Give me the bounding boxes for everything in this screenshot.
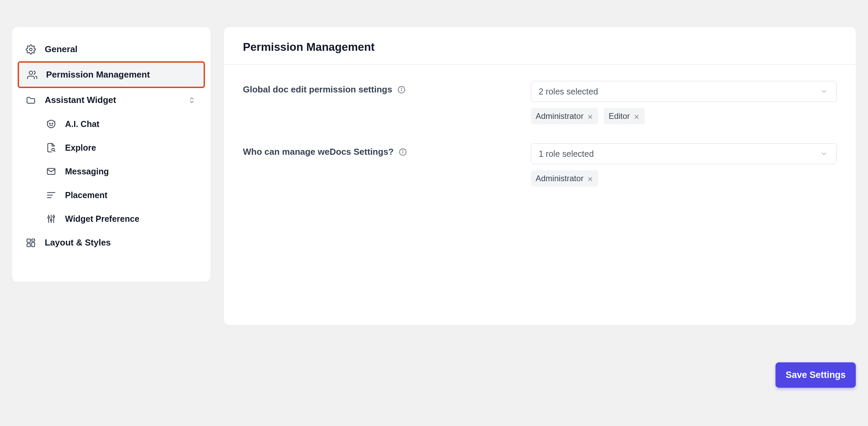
info-icon[interactable]: [397, 85, 406, 94]
remove-chip-icon[interactable]: [587, 113, 594, 120]
info-icon[interactable]: [398, 148, 407, 156]
svg-point-11: [48, 217, 49, 218]
svg-rect-19: [27, 243, 30, 247]
svg-point-15: [53, 216, 55, 217]
sidebar-item-widget-preference[interactable]: Widget Preference: [38, 207, 205, 231]
main-header: Permission Management: [224, 27, 856, 65]
setting-manage-wedocs: Who can manage weDocs Settings? 1 role s…: [243, 143, 837, 187]
manage-roles-select[interactable]: 1 role selected: [531, 143, 837, 164]
setting-label: Global doc edit permission settings: [243, 81, 531, 95]
sidebar-item-ai-chat[interactable]: A.I. Chat: [38, 112, 205, 136]
robot-icon: [46, 119, 56, 129]
gear-icon: [26, 44, 36, 55]
svg-point-22: [401, 88, 401, 88]
sidebar-item-label: Layout & Styles: [45, 237, 111, 248]
remove-chip-icon[interactable]: [633, 113, 640, 120]
svg-rect-17: [32, 239, 35, 241]
sidebar-item-general[interactable]: General: [18, 37, 205, 61]
settings-sidebar: General Permission Management Assistant …: [12, 27, 210, 282]
svg-point-4: [52, 123, 53, 124]
save-settings-button[interactable]: Save Settings: [776, 362, 856, 388]
sidebar-item-messaging[interactable]: Messaging: [38, 159, 205, 183]
chevrons-up-down-icon: [187, 97, 197, 104]
sidebar-item-label: Permission Management: [46, 69, 150, 80]
chevron-down-icon: [819, 88, 829, 95]
svg-point-13: [50, 219, 52, 221]
role-chip-administrator: Administrator: [531, 108, 598, 124]
svg-point-3: [49, 123, 50, 124]
svg-rect-18: [32, 242, 35, 247]
role-chip-administrator: Administrator: [531, 170, 598, 187]
chip-label: Administrator: [536, 174, 583, 183]
sidebar-item-assistant-widget[interactable]: Assistant Widget: [18, 88, 205, 112]
role-chip-editor: Editor: [604, 108, 645, 124]
sidebar-item-layout-styles[interactable]: Layout & Styles: [18, 231, 205, 255]
remove-chip-icon[interactable]: [587, 175, 594, 182]
layout-icon: [26, 238, 36, 248]
sidebar-item-explore[interactable]: Explore: [38, 136, 205, 159]
sidebar-item-label: Explore: [65, 143, 96, 153]
chevron-down-icon: [819, 150, 829, 157]
sidebar-item-label: Assistant Widget: [45, 95, 116, 105]
select-value: 2 roles selected: [539, 87, 598, 97]
mail-icon: [46, 166, 56, 176]
svg-rect-16: [27, 239, 30, 242]
setting-label-text: Global doc edit permission settings: [243, 84, 392, 95]
sliders-icon: [46, 214, 56, 224]
sidebar-item-permission-management[interactable]: Permission Management: [18, 61, 205, 88]
chip-label: Editor: [608, 111, 630, 121]
sidebar-item-placement[interactable]: Placement: [38, 183, 205, 207]
global-edit-roles-chips: Administrator Editor: [531, 108, 837, 124]
svg-point-29: [402, 150, 403, 151]
sidebar-item-label: A.I. Chat: [65, 119, 99, 129]
chip-label: Administrator: [536, 111, 583, 121]
select-value: 1 role selected: [539, 149, 594, 159]
svg-point-2: [47, 120, 55, 128]
folder-icon: [26, 95, 36, 105]
page-title: Permission Management: [243, 41, 837, 54]
sidebar-item-label: Placement: [65, 190, 107, 200]
document-search-icon: [46, 143, 56, 153]
main-panel: Permission Management Global doc edit pe…: [224, 27, 856, 325]
svg-point-1: [29, 71, 33, 74]
setting-label-text: Who can manage weDocs Settings?: [243, 147, 394, 157]
setting-label: Who can manage weDocs Settings?: [243, 143, 531, 157]
sidebar-item-label: Widget Preference: [65, 214, 139, 224]
global-edit-roles-select[interactable]: 2 roles selected: [531, 81, 837, 102]
manage-roles-chips: Administrator: [531, 170, 837, 187]
svg-point-0: [29, 48, 32, 51]
align-left-icon: [46, 190, 56, 200]
users-icon: [27, 70, 37, 80]
assistant-widget-submenu: A.I. Chat Explore Messaging Placement: [18, 112, 205, 231]
sidebar-item-label: General: [45, 44, 78, 55]
sidebar-item-label: Messaging: [65, 167, 109, 176]
setting-global-edit-permission: Global doc edit permission settings 2 ro…: [243, 81, 837, 124]
